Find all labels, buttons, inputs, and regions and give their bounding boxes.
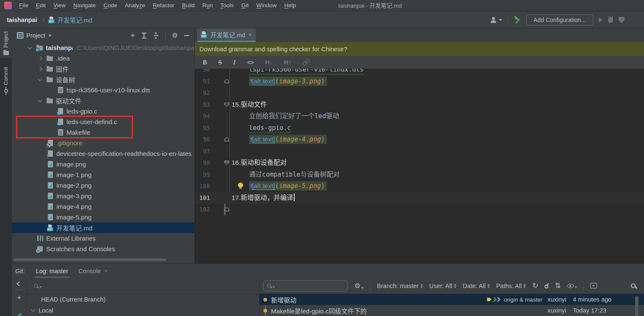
- tree-item-image.png[interactable]: image.png: [12, 159, 194, 169]
- italic-icon[interactable]: I: [233, 59, 236, 66]
- menu-item-view[interactable]: View: [50, 0, 69, 11]
- filter-user[interactable]: User: All: [429, 283, 456, 289]
- tree-item-开发笔记.md[interactable]: MD开发笔记.md: [12, 222, 194, 233]
- editor-text-area[interactable]: 90tspi-rk3566-user-v10-linux.dts91![alt …: [195, 69, 644, 263]
- commit-row[interactable]: 新增驱动origin & masterxuxinyi4 minutes ago: [260, 294, 644, 305]
- fold-start-icon[interactable]: [224, 161, 229, 165]
- tree-item-leds-gpio.c[interactable]: leds-gpio.c: [12, 106, 194, 116]
- user-account-button[interactable]: [490, 17, 502, 23]
- search-everywhere-icon[interactable]: [631, 283, 636, 288]
- git-commits-pane: ⚙ Branch: masterUser: AllDate: AllPaths:…: [259, 278, 644, 316]
- settings-gear-icon[interactable]: ⚙: [172, 32, 178, 39]
- code-span-icon[interactable]: <>: [247, 59, 253, 66]
- tree-horizontal-scrollbar[interactable]: [14, 258, 166, 261]
- menu-item-tools[interactable]: Tools: [217, 0, 238, 11]
- cherry-pick-icon[interactable]: [544, 285, 548, 288]
- intention-bulb-icon[interactable]: [238, 183, 243, 188]
- menu-item-analyze[interactable]: Analyze: [121, 0, 149, 11]
- strikethrough-icon[interactable]: S: [218, 59, 222, 66]
- tree-item-Scratches-and-Consoles[interactable]: Scratches and Consoles: [12, 244, 194, 254]
- build-hammer-icon[interactable]: [514, 17, 521, 24]
- add-icon[interactable]: +: [17, 294, 21, 301]
- tree-item-.gitignore[interactable]: .gitignore: [12, 138, 194, 148]
- tree-item-驱动文件[interactable]: 驱动文件: [12, 95, 194, 106]
- tree-item-设备树[interactable]: 设备树: [12, 74, 194, 85]
- chevron-down-icon[interactable]: [38, 98, 42, 102]
- menu-item-help[interactable]: Help: [280, 0, 300, 11]
- fold-start-icon[interactable]: [224, 103, 229, 107]
- debug-bug-icon[interactable]: [608, 17, 613, 23]
- menu-item-code[interactable]: Code: [100, 0, 121, 11]
- chevron-right-icon[interactable]: [38, 56, 42, 61]
- tree-item-image-3.png[interactable]: image-3.png: [12, 191, 194, 201]
- editor-tab[interactable]: MD 开发笔记.md ×: [197, 28, 256, 42]
- refresh-icon[interactable]: ↻: [532, 282, 538, 289]
- menu-item-run[interactable]: Run: [199, 0, 217, 11]
- menu-item-edit[interactable]: Edit: [32, 0, 50, 11]
- collapse-all-icon[interactable]: [153, 33, 159, 39]
- tree-item-tspi-rk3566-user-v10-linux.dts[interactable]: tspi-rk3566-user-v10-linux.dts: [12, 85, 194, 95]
- tree-item-.idea[interactable]: .idea: [12, 53, 194, 64]
- header-level-up-icon[interactable]: H↑: [284, 59, 292, 66]
- tree-item-image-1.png[interactable]: image-1.png: [12, 169, 194, 180]
- branch-row-head[interactable]: HEAD (Current Branch): [27, 294, 259, 305]
- tree-item-leds-user-defind.c[interactable]: leds-user-defind.c: [12, 116, 194, 127]
- tab-log-master[interactable]: Log: master: [31, 264, 74, 278]
- menu-item-build[interactable]: Build: [178, 0, 199, 11]
- stripe-item-project[interactable]: Project: [0, 28, 12, 58]
- menu-item-git[interactable]: Git: [238, 0, 252, 11]
- branch-search-field[interactable]: [27, 278, 259, 294]
- fold-end-icon[interactable]: [224, 207, 229, 211]
- coverage-icon[interactable]: [619, 17, 625, 23]
- view-options-button[interactable]: [567, 284, 577, 288]
- tree-item-image-2.png[interactable]: image-2.png: [12, 180, 194, 191]
- project-panel-title[interactable]: Project: [26, 32, 45, 39]
- commit-row[interactable]: Makefile是led-gpio.c同级文件下的xuxinyiToday 17…: [260, 305, 644, 316]
- header-level-down-icon[interactable]: H↓: [265, 59, 273, 66]
- log-settings-button[interactable]: ⚙: [354, 283, 364, 289]
- open-new-tab-icon[interactable]: +: [590, 283, 597, 288]
- editor-line-97: 97: [195, 145, 644, 157]
- tree-item-image-5.png[interactable]: image-5.png: [12, 212, 194, 222]
- commit-search-field[interactable]: [263, 280, 348, 291]
- tree-item-Makefile[interactable]: Makefile: [12, 127, 194, 138]
- tree-item-devicetree-specification-readthedocs-io-en-lates[interactable]: devicetree-specification-readthedocs-io-…: [12, 148, 194, 159]
- branch-row-local[interactable]: Local: [27, 305, 259, 316]
- bold-icon[interactable]: B: [203, 59, 207, 66]
- menu-item-navigate[interactable]: Navigate: [69, 0, 100, 11]
- menu-item-window[interactable]: Window: [252, 0, 280, 11]
- sort-icon[interactable]: ⇅: [555, 282, 561, 289]
- filter-date[interactable]: Date: All: [463, 283, 490, 289]
- add-configuration-button[interactable]: Add Configuration...: [526, 14, 593, 25]
- tree-item-image-4.png[interactable]: image-4.png: [12, 201, 194, 212]
- menu-item-file[interactable]: File: [15, 0, 32, 11]
- commit-list-scrollbar[interactable]: [635, 296, 638, 316]
- fold-end-icon[interactable]: [224, 137, 229, 141]
- chevron-down-icon[interactable]: [48, 35, 52, 37]
- expand-all-icon[interactable]: [141, 33, 147, 39]
- tree-item-固件[interactable]: 固件: [12, 64, 194, 74]
- breadcrumb-project[interactable]: taishanpai: [7, 17, 37, 23]
- stripe-item-commit[interactable]: Commit: [0, 64, 12, 96]
- run-icon[interactable]: [599, 17, 603, 22]
- tab-console[interactable]: Console×: [73, 264, 113, 278]
- paint-brush-icon[interactable]: [17, 313, 22, 316]
- breadcrumb-file[interactable]: MD 开发笔记.md: [48, 15, 92, 24]
- tree-item-taishanpai[interactable]: taishanpaiC:\Users\QINGJUE\Desktop\git\t…: [12, 42, 194, 53]
- menu-item-refactor[interactable]: Refactor: [149, 0, 178, 11]
- locate-file-icon[interactable]: ⌖: [131, 32, 135, 39]
- hide-panel-icon[interactable]: [184, 35, 189, 36]
- tree-item-label: External Libraries: [46, 235, 96, 242]
- close-tab-icon[interactable]: ×: [104, 264, 108, 278]
- chevron-right-icon[interactable]: [38, 67, 42, 71]
- close-tab-icon[interactable]: ×: [248, 32, 252, 38]
- chevron-down-icon[interactable]: [28, 45, 32, 49]
- chevron-down-icon[interactable]: [38, 77, 42, 81]
- link-icon[interactable]: [303, 59, 310, 66]
- filter-paths[interactable]: Paths: All: [496, 283, 526, 289]
- fold-end-icon[interactable]: [224, 79, 229, 83]
- filter-branch[interactable]: Branch: master: [377, 283, 423, 289]
- tree-item-External-Libraries[interactable]: External Libraries: [12, 233, 194, 244]
- editor-line-94: 94立创给我们定好了一个led驱动: [195, 110, 644, 122]
- collapse-left-icon[interactable]: [17, 281, 21, 286]
